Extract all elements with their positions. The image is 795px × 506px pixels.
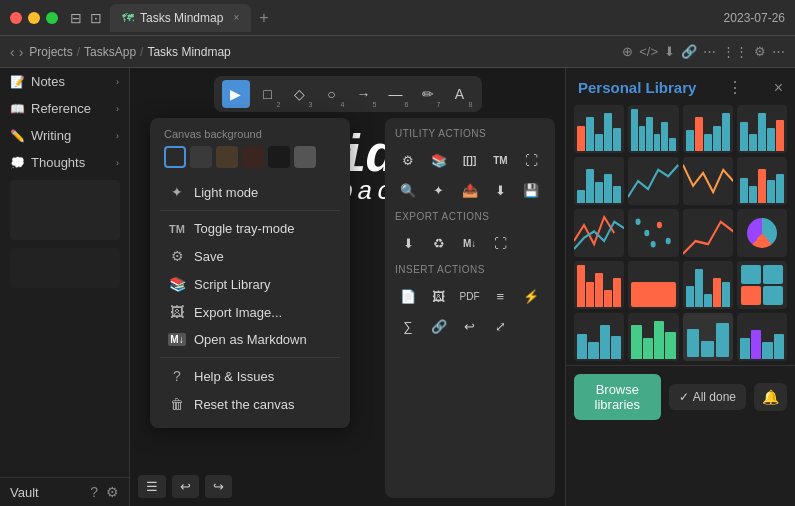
library-close-button[interactable]: × [774, 79, 783, 97]
action-tray[interactable]: TM [487, 147, 513, 173]
action-settings[interactable]: ⚙ [395, 147, 421, 173]
help-icon[interactable]: ? [90, 484, 98, 500]
menu-toggle-button[interactable]: ☰ [138, 475, 166, 498]
lib-item-19[interactable] [683, 313, 733, 361]
toolbar-text[interactable]: A8 [446, 80, 474, 108]
sidebar-item-thoughts[interactable]: 💭 Thoughts › [0, 149, 129, 176]
action-fullscreen[interactable]: ⛶ [518, 147, 544, 173]
insert-action-5[interactable]: ⚡ [518, 283, 544, 309]
nav-icon-3[interactable]: ⬇ [664, 44, 675, 59]
nav-icon-5[interactable]: ⋯ [703, 44, 716, 59]
export-action-1[interactable]: ⬇ [395, 230, 421, 256]
menu-help[interactable]: ? Help & Issues [160, 362, 340, 390]
maximize-traffic-light[interactable] [46, 12, 58, 24]
toolbar-pencil[interactable]: ✏7 [414, 80, 442, 108]
lib-item-14[interactable] [628, 261, 678, 309]
toolbar-line[interactable]: —6 [382, 80, 410, 108]
export-action-4[interactable]: ⛶ [487, 230, 513, 256]
insert-action-9[interactable]: ⤢ [487, 313, 513, 339]
insert-action-6[interactable]: ∑ [395, 313, 421, 339]
active-tab[interactable]: 🗺 Tasks Mindmap × [110, 4, 251, 32]
lib-item-12[interactable] [737, 209, 787, 257]
breadcrumb-projects[interactable]: Projects [29, 45, 72, 59]
svg-point-1 [645, 230, 650, 236]
menu-light-mode[interactable]: ✦ Light mode [160, 178, 340, 206]
swatch-6[interactable] [294, 146, 316, 168]
lib-item-11[interactable] [683, 209, 733, 257]
all-done-button[interactable]: ✓ All done [669, 384, 746, 410]
export-action-2[interactable]: ♻ [426, 230, 452, 256]
lib-item-16[interactable] [737, 261, 787, 309]
insert-action-8[interactable]: ↩ [457, 313, 483, 339]
action-upload[interactable]: 📤 [457, 177, 483, 203]
lib-item-2[interactable] [628, 105, 678, 153]
lib-item-17[interactable] [574, 313, 624, 361]
toolbar-rect[interactable]: □2 [254, 80, 282, 108]
swatch-5[interactable] [268, 146, 290, 168]
menu-script-library[interactable]: 📚 Script Library [160, 270, 340, 298]
nav-icon-1[interactable]: ⊕ [622, 44, 633, 59]
swatch-1[interactable] [164, 146, 186, 168]
redo-button[interactable]: ↪ [205, 475, 232, 498]
canvas-area[interactable]: ▶1 □2 ◇3 ○4 →5 —6 ✏7 A8 [130, 68, 565, 506]
sidebar-item-writing[interactable]: ✏️ Writing › [0, 122, 129, 149]
action-download[interactable]: ⬇ [487, 177, 513, 203]
breadcrumb-tasksapp[interactable]: TasksApp [84, 45, 136, 59]
sidebar-item-reference[interactable]: 📖 Reference › [0, 95, 129, 122]
lib-item-10[interactable] [628, 209, 678, 257]
library-more-icon[interactable]: ⋮ [727, 78, 743, 97]
back-button[interactable]: ‹ [10, 44, 15, 60]
menu-open-markdown[interactable]: M↓ Open as Markdown [160, 326, 340, 353]
menu-reset[interactable]: 🗑 Reset the canvas [160, 390, 340, 418]
lib-item-7[interactable] [683, 157, 733, 205]
action-save-disk[interactable]: 💾 [518, 177, 544, 203]
lib-item-1[interactable] [574, 105, 624, 153]
sidebar-item-notes[interactable]: 📝 Notes › [0, 68, 129, 95]
close-traffic-light[interactable] [10, 12, 22, 24]
lib-item-18[interactable] [628, 313, 678, 361]
toolbar-ellipse[interactable]: ○4 [318, 80, 346, 108]
lib-item-15[interactable] [683, 261, 733, 309]
swatch-3[interactable] [216, 146, 238, 168]
lib-item-13[interactable] [574, 261, 624, 309]
new-tab-button[interactable]: + [259, 9, 268, 27]
toolbar-diamond[interactable]: ◇3 [286, 80, 314, 108]
menu-save[interactable]: ⚙ Save [160, 242, 340, 270]
insert-action-3[interactable]: PDF [457, 283, 483, 309]
lib-row-2 [566, 157, 795, 209]
nav-icon-6[interactable]: ⋮⋮ [722, 44, 748, 59]
nav-icon-7[interactable]: ⚙ [754, 44, 766, 59]
export-action-3[interactable]: M↓ [457, 230, 483, 256]
bell-button[interactable]: 🔔 [754, 383, 787, 411]
lib-item-5[interactable] [574, 157, 624, 205]
settings-icon[interactable]: ⚙ [106, 484, 119, 500]
undo-button[interactable]: ↩ [172, 475, 199, 498]
action-magic[interactable]: ✦ [426, 177, 452, 203]
menu-toggle-tray[interactable]: TM Toggle tray-mode [160, 215, 340, 242]
swatch-4[interactable] [242, 146, 264, 168]
toolbar-arrow[interactable]: →5 [350, 80, 378, 108]
insert-action-1[interactable]: 📄 [395, 283, 421, 309]
tab-close-button[interactable]: × [233, 12, 239, 23]
action-library[interactable]: 📚 [426, 147, 452, 173]
lib-item-9[interactable] [574, 209, 624, 257]
nav-icon-8[interactable]: ⋯ [772, 44, 785, 59]
nav-icon-2[interactable]: </> [639, 44, 658, 59]
action-embed[interactable]: [[]] [457, 147, 483, 173]
lib-item-8[interactable] [737, 157, 787, 205]
lib-item-6[interactable] [628, 157, 678, 205]
lib-item-20[interactable] [737, 313, 787, 361]
swatch-2[interactable] [190, 146, 212, 168]
toolbar-select[interactable]: ▶1 [222, 80, 250, 108]
menu-export-image[interactable]: 🖼 Export Image... [160, 298, 340, 326]
forward-button[interactable]: › [19, 44, 24, 60]
action-search[interactable]: 🔍 [395, 177, 421, 203]
lib-item-3[interactable] [683, 105, 733, 153]
insert-action-4[interactable]: ≡ [487, 283, 513, 309]
browse-libraries-button[interactable]: Browse libraries [574, 374, 661, 420]
nav-icon-4[interactable]: 🔗 [681, 44, 697, 59]
insert-action-2[interactable]: 🖼 [426, 283, 452, 309]
insert-action-7[interactable]: 🔗 [426, 313, 452, 339]
minimize-traffic-light[interactable] [28, 12, 40, 24]
lib-item-4[interactable] [737, 105, 787, 153]
